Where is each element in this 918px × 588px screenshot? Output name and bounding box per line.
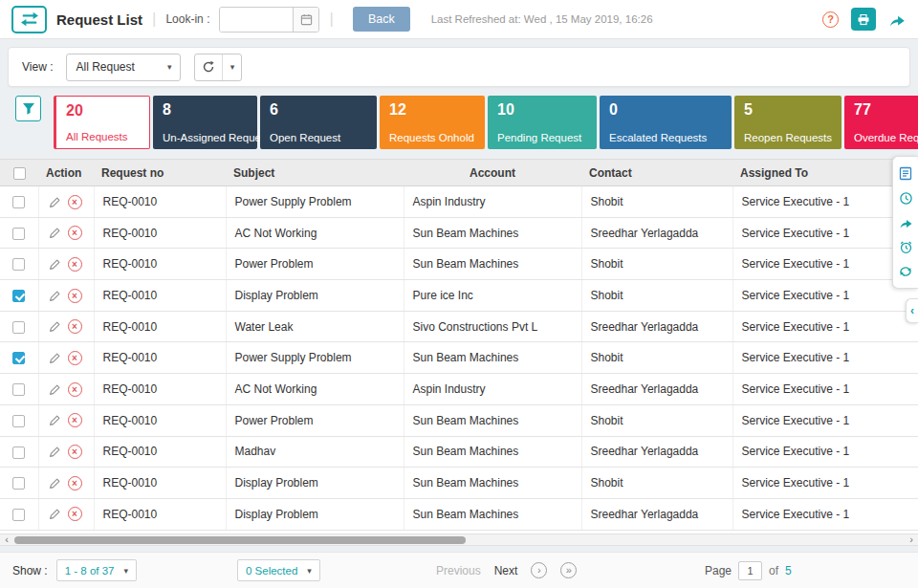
page-range-dropdown[interactable]: 1 - 8 of 37 ▾ bbox=[56, 559, 137, 581]
view-label: View : bbox=[22, 60, 53, 74]
delete-button[interactable]: × bbox=[68, 289, 82, 303]
table-row: ×REQ-0010Power Supply ProblemSun Beam Ma… bbox=[0, 342, 918, 374]
show-label: Show : bbox=[12, 564, 48, 577]
row-checkbox[interactable] bbox=[12, 415, 25, 427]
swap-arrows-icon bbox=[19, 11, 40, 28]
panel-reminder-button[interactable] bbox=[899, 240, 913, 254]
row-checkbox[interactable] bbox=[12, 477, 25, 490]
page-input[interactable] bbox=[738, 561, 762, 580]
delete-button[interactable]: × bbox=[68, 382, 82, 397]
cell-account: Sun Beam Machines bbox=[404, 498, 581, 530]
cell-contact: Sreedhar Yerlagadda bbox=[581, 311, 732, 342]
edit-button[interactable] bbox=[49, 477, 61, 490]
cell-request-no: REQ-0010 bbox=[94, 342, 226, 374]
status-card-5[interactable]: 0Escalated Requests bbox=[600, 96, 732, 149]
cell-assigned-to: Service Executive - 1 bbox=[732, 404, 918, 436]
delete-button[interactable]: × bbox=[68, 351, 82, 365]
table-row: ×REQ-0010AC Not WorkingAspin IndustrySre… bbox=[0, 374, 918, 405]
status-card-4[interactable]: 10Pending Request bbox=[488, 96, 597, 149]
row-checkbox[interactable] bbox=[12, 290, 25, 302]
help-icon[interactable]: ? bbox=[822, 11, 839, 28]
panel-history-button[interactable] bbox=[899, 191, 913, 206]
cell-account: Aspin Industry bbox=[404, 374, 581, 405]
edit-button[interactable] bbox=[49, 383, 61, 396]
chevron-left-icon: ‹ bbox=[910, 304, 914, 317]
request-table-container: Action Request no Subject Account Contac… bbox=[0, 159, 918, 546]
row-checkbox[interactable] bbox=[12, 446, 25, 459]
edit-button[interactable] bbox=[49, 227, 61, 239]
edit-button[interactable] bbox=[49, 352, 61, 364]
page-title: Request List bbox=[56, 11, 142, 28]
row-checkbox[interactable] bbox=[12, 321, 25, 334]
row-checkbox[interactable] bbox=[12, 196, 25, 208]
request-list-app: Request List | Look-in : | Back Last Ref… bbox=[0, 0, 918, 588]
print-button[interactable] bbox=[851, 8, 876, 31]
edit-icon bbox=[49, 446, 61, 458]
scroll-right-arrow[interactable]: › bbox=[905, 534, 918, 545]
table-row: ×REQ-0010Power Supply ProblemAspin Indus… bbox=[0, 186, 918, 218]
refresh-button[interactable]: ▾ bbox=[194, 54, 242, 81]
status-card-1[interactable]: 8Un-Assigned Request bbox=[153, 96, 257, 149]
delete-button[interactable]: × bbox=[68, 413, 82, 427]
request-table-body: ×REQ-0010Power Supply ProblemAspin Indus… bbox=[0, 186, 918, 531]
column-header-account: Account bbox=[404, 160, 581, 186]
panel-collapse-tab[interactable]: ‹ bbox=[906, 298, 918, 323]
edit-button[interactable] bbox=[49, 446, 61, 458]
row-checkbox[interactable] bbox=[12, 228, 25, 240]
status-card-7[interactable]: 77Overdue Requests bbox=[844, 96, 918, 149]
scroll-left-arrow[interactable]: ‹ bbox=[0, 534, 13, 545]
row-checkbox[interactable] bbox=[12, 509, 25, 521]
edit-button[interactable] bbox=[49, 414, 61, 426]
edit-icon bbox=[49, 508, 61, 520]
edit-button[interactable] bbox=[49, 258, 61, 271]
cell-subject: Madhav bbox=[226, 436, 404, 468]
next-button[interactable]: Next bbox=[494, 564, 518, 577]
panel-sync-button[interactable] bbox=[898, 265, 913, 278]
status-card-6[interactable]: 5Reopen Requests bbox=[734, 96, 842, 149]
cell-subject: Display Problem bbox=[226, 468, 404, 499]
edit-button[interactable] bbox=[49, 508, 61, 520]
next-page-button[interactable]: › bbox=[531, 562, 547, 578]
table-row: ×REQ-0010Display ProblemSun Beam Machine… bbox=[0, 498, 918, 530]
delete-button[interactable]: × bbox=[68, 257, 82, 272]
cell-assigned-to: Service Executive - 1 bbox=[732, 468, 918, 499]
edit-icon bbox=[49, 258, 61, 271]
edit-button[interactable] bbox=[49, 320, 61, 333]
delete-button[interactable]: × bbox=[68, 195, 82, 209]
delete-button[interactable]: × bbox=[68, 226, 82, 240]
cell-assigned-to: Service Executive - 1 bbox=[732, 436, 918, 468]
panel-share-button[interactable] bbox=[899, 216, 913, 229]
scrollbar-thumb[interactable] bbox=[14, 536, 466, 544]
status-card-3[interactable]: 12Requests Onhold bbox=[380, 96, 485, 149]
edit-button[interactable] bbox=[49, 196, 61, 208]
panel-report-button[interactable] bbox=[899, 166, 912, 181]
selected-count-dropdown[interactable]: 0 Selected ▾ bbox=[237, 559, 320, 581]
delete-button[interactable]: × bbox=[68, 445, 82, 459]
calendar-button[interactable] bbox=[293, 8, 318, 32]
row-checkbox[interactable] bbox=[12, 383, 25, 396]
cell-account: Sun Beam Machines bbox=[404, 468, 581, 499]
horizontal-scrollbar[interactable]: ‹ › bbox=[0, 534, 918, 546]
cell-assigned-to: Service Executive - 1 bbox=[732, 374, 918, 405]
row-checkbox[interactable] bbox=[12, 258, 25, 271]
delete-button[interactable]: × bbox=[68, 476, 82, 490]
back-button[interactable]: Back bbox=[353, 7, 410, 32]
cell-contact: Shobit bbox=[581, 186, 732, 218]
cell-subject: Power Problem bbox=[226, 404, 404, 436]
look-in-input[interactable] bbox=[220, 8, 293, 32]
status-card-0[interactable]: 20All Requests bbox=[54, 96, 150, 149]
view-dropdown[interactable]: All Request ▾ bbox=[66, 54, 181, 81]
delete-button[interactable]: × bbox=[68, 319, 82, 334]
status-card-2[interactable]: 6Open Request bbox=[260, 96, 377, 149]
chevron-down-icon: ▾ bbox=[167, 62, 172, 72]
delete-button[interactable]: × bbox=[68, 507, 82, 521]
cell-account: Sivo Constructions Pvt L bbox=[404, 311, 581, 342]
edit-button[interactable] bbox=[49, 290, 61, 302]
filter-button[interactable] bbox=[15, 96, 41, 121]
card-label: Un-Assigned Request bbox=[163, 132, 248, 143]
share-button[interactable] bbox=[888, 11, 907, 28]
last-page-button[interactable]: » bbox=[560, 562, 577, 578]
row-checkbox[interactable] bbox=[12, 352, 25, 364]
select-all-checkbox[interactable] bbox=[13, 167, 26, 180]
previous-button[interactable]: Previous bbox=[436, 564, 481, 577]
